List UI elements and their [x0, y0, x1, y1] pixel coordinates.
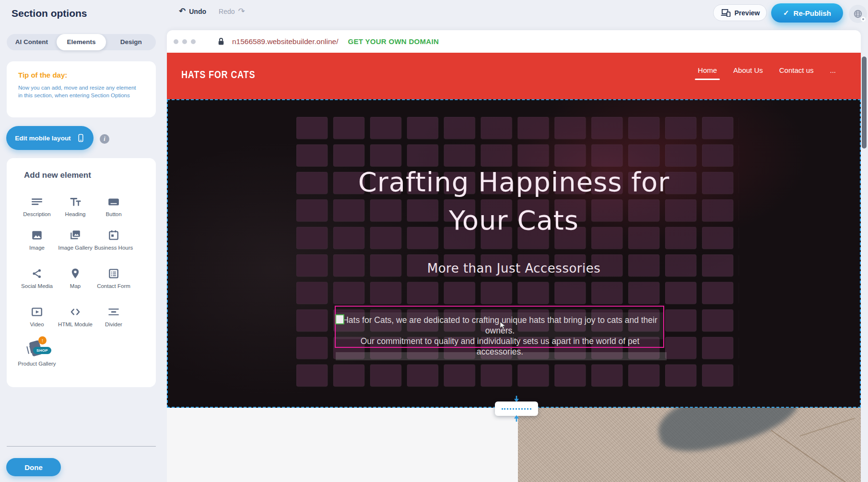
shop-badge: SHOP — [33, 347, 51, 354]
hero-description-line2: Our commitment to quality and individual… — [340, 336, 659, 357]
video-icon — [31, 306, 43, 318]
site-logo[interactable]: HATS FOR CATS — [181, 69, 255, 81]
site-nav: Home About Us Contact us ... — [698, 66, 836, 80]
element-product-gallery[interactable]: ↑ SHOP Product Gallery — [17, 338, 57, 367]
nav-contact-us[interactable]: Contact us — [779, 66, 814, 80]
globe-status-dot — [861, 17, 866, 22]
heading-icon — [69, 195, 82, 208]
site-header[interactable]: HATS FOR CATS Home About Us Contact us .… — [167, 53, 861, 99]
nav-home[interactable]: Home — [698, 66, 717, 80]
check-icon: ✓ — [783, 9, 789, 17]
hero-subheading[interactable]: More than Just Accessories — [167, 261, 861, 275]
browser-dot — [182, 39, 187, 44]
preview-label: Preview — [735, 9, 760, 17]
image-gallery-icon — [69, 229, 82, 241]
business-hours-icon — [107, 229, 120, 241]
undo-button[interactable]: ↶ Undo — [179, 7, 206, 15]
resize-handle-dots — [502, 408, 531, 410]
redo-icon: ↷ — [238, 7, 245, 15]
panel-tabbar: AI Content Elements Design — [7, 34, 156, 50]
element-html-module[interactable]: HTML Module — [55, 306, 95, 328]
history-controls: ↶ Undo Redo ↷ — [179, 7, 245, 15]
hero-heading-line1: Crafting Happiness for — [167, 163, 861, 201]
element-contact-form[interactable]: Contact Form — [94, 267, 134, 289]
undo-icon: ↶ — [179, 7, 186, 15]
description-icon — [31, 195, 43, 208]
redo-button[interactable]: Redo ↷ — [219, 7, 245, 15]
element-button[interactable]: Button — [94, 195, 134, 218]
hero-heading[interactable]: Crafting Happiness for Your Cats — [167, 163, 861, 240]
get-your-own-domain-link[interactable]: GET YOUR OWN DOMAIN — [348, 37, 439, 46]
nav-more-menu[interactable]: ... — [830, 66, 836, 80]
tip-title: Tip of the day: — [18, 71, 144, 79]
selection-drag-handle[interactable] — [335, 314, 344, 324]
site-url[interactable]: n1566589.websitebuilder.online/ — [232, 37, 338, 46]
element-video[interactable]: Video — [17, 306, 57, 328]
button-icon — [107, 195, 120, 208]
social-media-icon — [31, 267, 43, 280]
browser-dot — [174, 39, 178, 44]
contact-form-icon — [107, 267, 120, 280]
next-section-image[interactable] — [518, 408, 861, 482]
lock-icon — [218, 37, 224, 46]
divider-icon — [107, 306, 120, 318]
edit-mobile-layout-button[interactable]: Edit mobile layout — [6, 126, 94, 150]
republish-label: Re-Publish — [794, 9, 831, 17]
html-module-icon — [69, 306, 82, 318]
nav-about-us[interactable]: About Us — [733, 66, 763, 80]
map-pin-icon — [69, 267, 82, 280]
panel-divider — [7, 446, 156, 447]
undo-label: Undo — [189, 8, 206, 15]
republish-button[interactable]: ✓ Re-Publish — [771, 3, 843, 23]
tab-ai-content[interactable]: AI Content — [7, 34, 57, 50]
element-description[interactable]: Description — [17, 195, 57, 218]
browser-dot — [191, 39, 196, 44]
element-image-gallery[interactable]: Image Gallery — [55, 229, 95, 251]
tab-elements[interactable]: Elements — [57, 34, 106, 50]
browser-bar: n1566589.websitebuilder.online/ GET YOUR… — [167, 30, 861, 53]
page-title: Section options — [12, 8, 87, 19]
preview-scrollbar[interactable] — [862, 57, 867, 149]
element-heading[interactable]: Heading — [55, 195, 95, 218]
mobile-phone-icon — [77, 132, 85, 144]
element-map[interactable]: Map — [55, 267, 95, 289]
tab-design[interactable]: Design — [106, 34, 156, 50]
info-icon[interactable]: i — [100, 134, 109, 144]
redo-label: Redo — [219, 8, 235, 15]
hero-heading-line2: Your Cats — [167, 201, 861, 240]
next-section-left[interactable] — [167, 408, 518, 482]
done-button[interactable]: Done — [6, 458, 61, 476]
language-globe-button[interactable] — [849, 5, 867, 23]
tip-body: Now you can add, move and resize any ele… — [18, 84, 139, 99]
element-business-hours[interactable]: Business Hours — [94, 229, 134, 251]
element-social-media[interactable]: Social Media — [17, 267, 57, 289]
element-image[interactable]: Image — [17, 229, 57, 251]
product-gallery-icon: ↑ SHOP — [26, 338, 47, 358]
devices-icon — [720, 9, 731, 17]
element-divider[interactable]: Divider — [94, 306, 134, 328]
preview-button[interactable]: Preview — [713, 4, 767, 21]
pavement-crack — [771, 430, 861, 482]
image-icon — [31, 229, 43, 241]
mouse-cursor — [500, 321, 507, 329]
add-new-element-card: Add new element Description Heading Butt… — [7, 158, 156, 387]
section-resize-handle[interactable] — [495, 402, 538, 416]
add-new-element-title: Add new element — [24, 171, 91, 180]
edit-mobile-layout-label: Edit mobile layout — [15, 135, 70, 142]
pavement-crack — [800, 418, 855, 436]
upgrade-arrow-badge: ↑ — [38, 336, 47, 344]
hero-section[interactable]: Crafting Happiness for Your Cats More th… — [167, 99, 861, 408]
resize-arrow-up — [513, 415, 520, 422]
cat-shadow — [653, 408, 805, 459]
tip-of-the-day-card: Tip of the day: Now you can add, move an… — [7, 61, 156, 117]
